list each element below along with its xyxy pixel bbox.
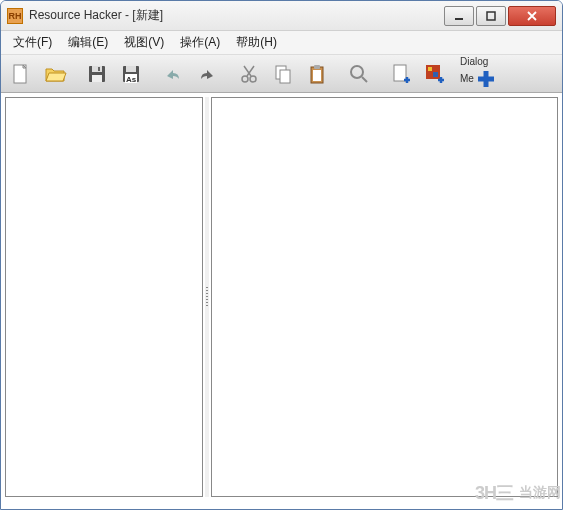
add-file-button[interactable] xyxy=(385,58,417,90)
svg-rect-14 xyxy=(280,70,290,83)
app-icon: RH xyxy=(7,8,23,24)
dialog-label: Dialog xyxy=(460,57,488,67)
copy-icon xyxy=(271,62,295,86)
dialog-label-2: Me xyxy=(460,74,474,84)
minimize-icon xyxy=(454,11,464,21)
main-window: RH Resource Hacker - [新建] 文件(F) 编辑(E) 视图… xyxy=(0,0,563,510)
window-title: Resource Hacker - [新建] xyxy=(29,7,444,24)
paste-button[interactable] xyxy=(301,58,333,90)
svg-rect-22 xyxy=(433,72,438,77)
add-resource-button[interactable] xyxy=(419,58,451,90)
minimize-button[interactable] xyxy=(444,6,474,26)
toolbar-separator xyxy=(149,60,155,88)
close-icon xyxy=(527,11,537,21)
search-button[interactable] xyxy=(343,58,375,90)
svg-rect-17 xyxy=(314,65,320,69)
save-icon xyxy=(85,62,109,86)
toolbar-separator xyxy=(225,60,231,88)
maximize-icon xyxy=(486,11,496,21)
add-file-icon xyxy=(389,62,413,86)
svg-rect-1 xyxy=(487,12,495,20)
svg-rect-4 xyxy=(92,66,102,72)
content-area xyxy=(1,93,562,501)
add-dialog-button[interactable]: Dialog Me xyxy=(453,58,503,90)
svg-rect-8 xyxy=(126,66,136,72)
svg-rect-0 xyxy=(455,18,463,20)
toolbar: As Dialog xyxy=(1,55,562,93)
save-as-icon: As xyxy=(119,62,143,86)
cut-button[interactable] xyxy=(233,58,265,90)
svg-rect-6 xyxy=(98,67,100,71)
window-controls xyxy=(444,6,556,26)
scissors-icon xyxy=(237,62,261,86)
menu-edit[interactable]: 编辑(E) xyxy=(60,31,116,54)
undo-arrow-icon xyxy=(161,62,185,86)
toolbar-separator xyxy=(377,60,383,88)
svg-point-18 xyxy=(351,66,363,78)
menu-action[interactable]: 操作(A) xyxy=(172,31,228,54)
editor-pane[interactable] xyxy=(211,97,558,497)
svg-point-12 xyxy=(250,76,256,82)
close-button[interactable] xyxy=(508,6,556,26)
toolbar-separator xyxy=(73,60,79,88)
clipboard-icon xyxy=(305,62,329,86)
menu-file[interactable]: 文件(F) xyxy=(5,31,60,54)
copy-button[interactable] xyxy=(267,58,299,90)
menu-view[interactable]: 视图(V) xyxy=(116,31,172,54)
svg-text:As: As xyxy=(126,75,137,84)
svg-point-11 xyxy=(242,76,248,82)
redo-button[interactable] xyxy=(191,58,223,90)
svg-rect-5 xyxy=(92,75,102,82)
redo-arrow-icon xyxy=(195,62,219,86)
menu-help[interactable]: 帮助(H) xyxy=(228,31,285,54)
save-button[interactable] xyxy=(81,58,113,90)
tree-pane[interactable] xyxy=(5,97,203,497)
svg-rect-21 xyxy=(428,67,432,71)
save-as-button[interactable]: As xyxy=(115,58,147,90)
toolbar-separator xyxy=(335,60,341,88)
undo-button[interactable] xyxy=(157,58,189,90)
open-folder-icon xyxy=(43,62,67,86)
plus-icon xyxy=(474,67,498,91)
menubar: 文件(F) 编辑(E) 视图(V) 操作(A) 帮助(H) xyxy=(1,31,562,55)
open-button[interactable] xyxy=(39,58,71,90)
maximize-button[interactable] xyxy=(476,6,506,26)
svg-rect-16 xyxy=(313,70,321,81)
new-file-icon xyxy=(9,62,33,86)
add-resource-icon xyxy=(423,62,447,86)
titlebar: RH Resource Hacker - [新建] xyxy=(1,1,562,31)
splitter[interactable] xyxy=(205,97,209,497)
magnifier-icon xyxy=(347,62,371,86)
new-button[interactable] xyxy=(5,58,37,90)
svg-rect-19 xyxy=(394,65,406,81)
